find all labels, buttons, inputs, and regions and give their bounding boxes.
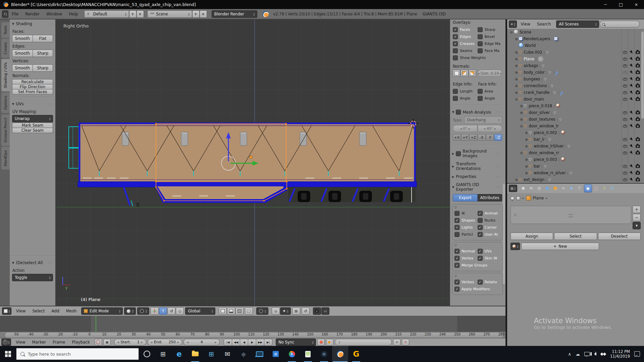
renderability-camera-icon[interactable] [635,51,641,54]
panel-deselect-all-header[interactable]: ▼(De)select All:::: [10,258,55,266]
menu-frame[interactable]: Frame [49,340,68,345]
menu-file[interactable]: File [8,12,22,16]
jump-to-start-button[interactable]: |◀ [224,339,232,346]
mark-seam-button[interactable]: Mark Seam [12,123,53,128]
selectability-cursor-icon[interactable] [628,171,635,175]
visibility-eye-icon[interactable] [622,71,628,74]
expand-icon[interactable]: ⊕ [514,51,519,54]
material-slot-list[interactable]: ⊕ [511,206,631,224]
outliner-row-body-color[interactable]: ⊕▽body_color|▽| [507,69,644,76]
insert-keyframe-button[interactable]: + [393,339,400,346]
timeline-canvas[interactable] [0,316,505,332]
taskbar-app-file-explorer[interactable] [187,346,203,362]
play-button[interactable]: ▶ [248,339,256,346]
checkbox-user-at[interactable]: ✓User At [478,231,501,238]
checkbox-bevel[interactable]: Bevel [478,33,502,40]
vertices-smooth-button[interactable]: Smooth [12,64,33,72]
properties-tab-scene[interactable]: ◎ [536,184,543,192]
expand-icon[interactable]: ⊕ [524,138,529,141]
checkbox-sharp[interactable]: Sharp [478,26,502,33]
axis-button-x[interactable]: -X [478,134,486,141]
outliner-search-input[interactable] [600,21,640,27]
selectability-cursor-icon[interactable] [628,138,635,141]
onedrive-icon[interactable]: ☁ [576,352,580,357]
properties-tab-object-data[interactable]: ▽ [576,184,583,192]
outliner-row-cube-002[interactable]: ⊕▽Cube.002|▽ [507,49,644,56]
checkbox-angle[interactable]: Angle [478,95,502,102]
taskbar-app-task-view[interactable]: ⊞ [155,346,171,362]
axis-button-x[interactable]: +X [453,134,461,141]
visibility-eye-icon[interactable] [622,84,628,87]
selectability-cursor-icon[interactable] [628,98,635,101]
outliner-row-world[interactable]: World [507,42,644,49]
properties-tab-physics[interactable]: ◎ [609,184,616,192]
add-material-slot-button[interactable]: + [633,206,641,213]
lock-button[interactable]: ▣ [103,339,111,346]
checkbox-apply-modifiers[interactable]: ✓Apply Modifiers [454,286,500,293]
manipulator-scale-button[interactable]: ◇ [176,307,184,315]
renderability-camera-icon[interactable] [635,91,641,94]
expand-icon[interactable]: ⊖ [509,31,514,34]
tab-options[interactable]: Options [1,92,10,113]
outliner-row-bar-lr[interactable]: ⊕▽bar_lr|▽ [507,136,644,143]
use-record-button[interactable] [95,339,102,346]
menu-render[interactable]: Render [22,12,43,16]
selectability-cursor-icon[interactable] [628,118,635,121]
selectability-cursor-icon[interactable] [628,165,635,168]
assign-button[interactable]: Assign [511,233,553,240]
renderability-camera-icon[interactable] [635,58,641,61]
recalculate-normals-button[interactable]: Recalculate [12,79,53,84]
remove-material-slot-button[interactable]: − [633,214,641,221]
vertex-normals-toggle[interactable] [453,70,460,77]
network-icon[interactable] [584,352,590,356]
expand-icon[interactable]: ⊕ [514,71,519,74]
editor-type-timeline-button[interactable]: ▴▾ [1,339,11,346]
axis-button-z[interactable]: -Z [494,134,502,141]
checkbox-relativ[interactable]: ✓Relativ [478,279,501,286]
editor-type-3dview-button[interactable]: ▴▾ [2,307,11,315]
outliner-row-window-lrsilver[interactable]: ⊕▽window_lrSilver|▽ [507,143,644,149]
proportional-edit-dropdown[interactable]: ▴▾ [256,307,268,315]
checkbox-particl[interactable]: Particl [454,231,478,238]
visibility-eye-icon[interactable] [622,51,628,54]
action-toggle-dropdown[interactable]: Toggle▴▾ [12,274,53,281]
loose-edge-normals-toggle[interactable] [461,70,468,77]
normals-size-slider[interactable]: ◂Size:0.10▸ [477,70,502,77]
checkbox-camer[interactable]: ✓Camer [478,224,501,231]
expand-icon[interactable]: ⊕ [514,37,519,41]
menu-mesh[interactable]: Mesh [63,309,80,313]
taskbar-app-unity[interactable]: ◆ [235,346,252,362]
taskbar-app-cortana[interactable] [139,346,155,362]
taskbar-app-store[interactable]: ⊞ [203,346,219,362]
outliner-row-bar[interactable]: ⊕▽bar|▽ [507,163,644,170]
outliner-row-piece-0-018[interactable]: ⊕▽piece_0.018| [507,103,644,109]
checkbox-verbos[interactable]: ✓Verbos [454,279,478,286]
selectability-cursor-icon[interactable] [628,111,635,114]
checkbox-edge-ma[interactable]: Edge Ma [478,40,502,47]
visibility-eye-icon[interactable] [622,58,628,61]
taskbar-app-steam[interactable]: ⊙ [316,346,332,362]
keying-set-dropdown[interactable]: ◆▴▾ [326,339,333,346]
selectability-cursor-icon[interactable] [628,151,635,155]
menu-view[interactable]: View [13,309,29,313]
checkbox-uvs[interactable]: ✓UVs [478,248,501,255]
expand-icon[interactable]: ⊕ [524,171,529,175]
timeline-ruler[interactable]: -50-40-30-20-100102030405060708090100110… [0,332,505,338]
delete-scene-button[interactable]: × [200,10,207,18]
spin-duplicate-button[interactable]: ↺ [302,307,310,315]
visibility-eye-icon[interactable] [622,91,628,94]
material-specials-dropdown[interactable]: ▼ [633,222,641,229]
menu-select[interactable]: Select [29,309,48,313]
menu-playback[interactable]: Playback [68,340,93,345]
minimize-button[interactable]: ─ [598,0,613,9]
renderability-camera-icon[interactable] [635,125,641,128]
properties-tab-world[interactable]: ● [544,184,551,192]
mesh-analysis-checkbox[interactable] [456,110,461,115]
checkbox-length[interactable]: Length [453,88,478,95]
edges-sharp-button[interactable]: Sharp [33,50,53,57]
renderability-camera-icon[interactable] [635,78,641,81]
delete-layout-button[interactable]: × [137,10,144,18]
taskbar-app-blender[interactable] [332,346,348,362]
properties-tab-material[interactable]: ◉ [584,184,592,192]
selectability-cursor-icon[interactable] [628,77,635,81]
